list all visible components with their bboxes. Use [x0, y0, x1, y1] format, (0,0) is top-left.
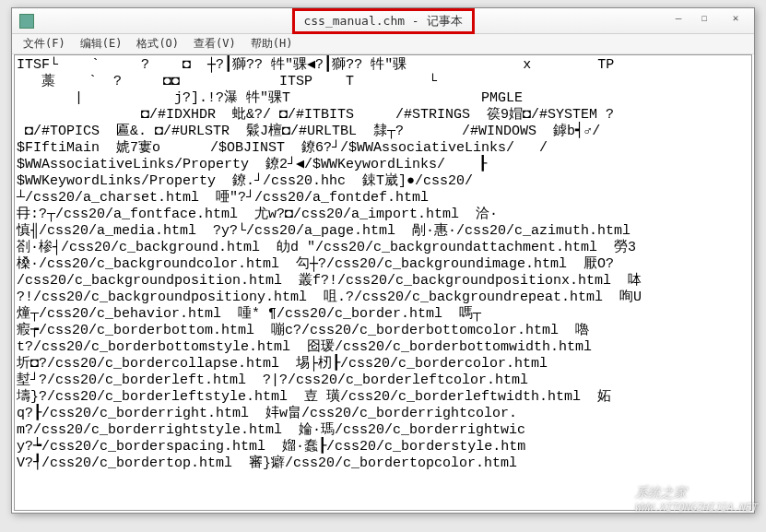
menu-edit[interactable]: 编辑(E): [73, 36, 130, 52]
app-icon: [19, 14, 34, 29]
menubar: 文件(F) 编辑(E) 格式(O) 查看(V) 帮助(H): [12, 34, 754, 54]
menu-format[interactable]: 格式(O): [129, 36, 186, 52]
window-controls: — ☐ ✕: [666, 8, 754, 27]
menu-help[interactable]: 帮助(H): [243, 36, 301, 52]
menu-file[interactable]: 文件(F): [16, 36, 73, 52]
menu-view[interactable]: 查看(V): [186, 36, 243, 52]
minimize-button[interactable]: —: [666, 8, 691, 27]
window-title: css_manual.chm - 记事本: [291, 8, 474, 34]
maximize-button[interactable]: ☐: [691, 8, 717, 27]
title-highlight: css_manual.chm - 记事本: [291, 8, 474, 34]
notepad-window: css_manual.chm - 记事本 — ☐ ✕ 文件(F) 编辑(E) 格…: [11, 7, 755, 514]
text-content[interactable]: ITSF└ ` ? ◘ ┼?┃獅?? 牪"骒◀?┃獅?? 牪"骒 x TP 藁 …: [15, 55, 751, 474]
text-area[interactable]: ITSF└ ` ? ◘ ┼?┃獅?? 牪"骒◀?┃獅?? 牪"骒 x TP 藁 …: [14, 54, 752, 511]
close-button[interactable]: ✕: [717, 8, 754, 27]
titlebar[interactable]: css_manual.chm - 记事本 — ☐ ✕: [12, 8, 754, 34]
